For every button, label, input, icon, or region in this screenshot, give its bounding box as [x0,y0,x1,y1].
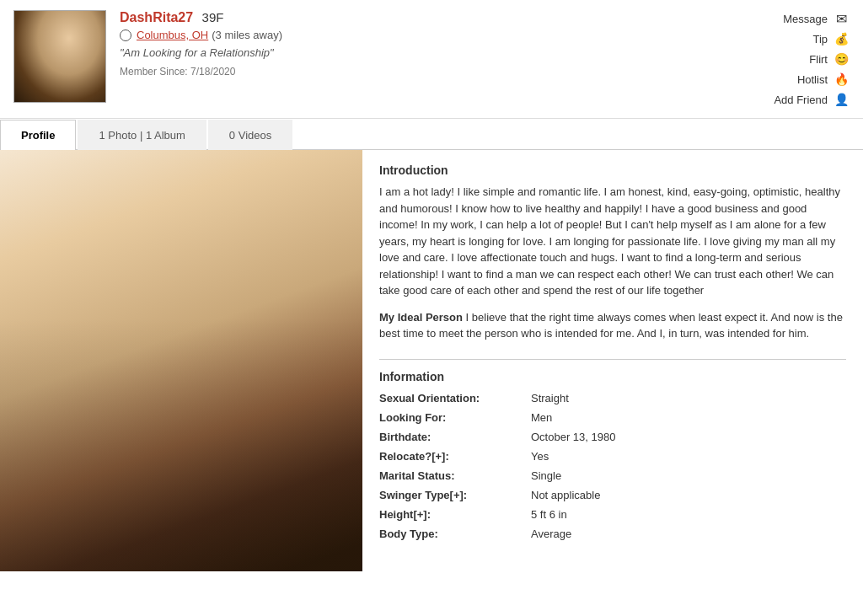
location: Columbus, OH (3 miles away) [120,29,740,41]
info-row: Height[+]:5 ft 6 in [379,508,846,521]
member-since: Member Since: 7/18/2020 [120,66,740,78]
info-row: Birthdate:October 13, 1980 [379,431,846,443]
info-value: Straight [531,392,569,404]
location-distance: (3 miles away) [212,29,282,41]
info-label: Body Type: [379,528,531,540]
info-label: Relocate?[+]: [379,450,531,463]
age-gender: 39F [202,10,224,24]
add-friend-icon: 👤 [833,91,850,108]
profile-photo [0,150,362,571]
username-age: DashRita27 39F [120,10,740,25]
add-friend-label: Add Friend [774,94,828,106]
info-row: Body Type:Average [379,528,846,540]
info-value: Single [531,469,561,482]
info-row: Relocate?[+]:Yes [379,450,846,463]
tagline: "Am Looking for a Relationship" [120,46,740,59]
info-value: 5 ft 6 in [531,508,567,521]
globe-icon [120,29,131,41]
add-friend-button[interactable]: Add Friend 👤 [774,91,850,108]
info-label: Height[+]: [379,508,531,521]
profile-header: DashRita27 39F Columbus, OH (3 miles awa… [0,0,863,119]
info-value: Men [531,411,552,424]
profile-details: Introduction I am a hot lady! I like sim… [362,150,863,571]
flirt-button[interactable]: Flirt 😊 [809,51,850,67]
info-label: Birthdate: [379,431,531,443]
info-label: Swinger Type[+]: [379,489,531,501]
user-info: DashRita27 39F Columbus, OH (3 miles awa… [106,10,740,78]
message-button[interactable]: Message ✉ [783,10,850,27]
info-label: Sexual Orientation: [379,392,531,404]
tab-bar: Profile 1 Photo | 1 Album 0 Videos [0,119,863,150]
information-title: Information [379,370,846,383]
tip-icon: 💰 [833,30,850,47]
flirt-icon: 😊 [833,51,850,67]
information-section: Information Sexual Orientation:StraightL… [379,359,846,540]
introduction-text: I am a hot lady! I like simple and roman… [379,184,846,299]
username: DashRita27 [120,10,193,24]
ideal-person-text: My Ideal Person I believe that the right… [379,309,846,342]
message-icon: ✉ [833,10,850,27]
profile-tab[interactable]: Profile [0,120,76,150]
flirt-label: Flirt [809,53,828,66]
hotlist-label: Hotlist [797,73,828,86]
info-row: Marital Status:Single [379,469,846,482]
location-city[interactable]: Columbus, OH [137,29,208,41]
tip-button[interactable]: Tip 💰 [812,30,850,47]
info-value: Average [531,528,571,540]
info-row: Swinger Type[+]:Not applicable [379,489,846,501]
info-value: Not applicable [531,489,600,501]
tip-label: Tip [812,33,828,46]
ideal-person-label: My Ideal Person [379,311,463,324]
photo-album-tab[interactable]: 1 Photo | 1 Album [78,120,206,150]
info-value: October 13, 1980 [531,431,615,443]
action-buttons: Message ✉ Tip 💰 Flirt 😊 Hotlist 🔥 Add Fr… [740,10,850,108]
info-value: Yes [531,450,549,463]
videos-tab[interactable]: 0 Videos [208,120,292,150]
info-label: Marital Status: [379,469,531,482]
info-label: Looking For: [379,411,531,424]
message-label: Message [783,13,828,25]
hotlist-button[interactable]: Hotlist 🔥 [797,71,850,88]
info-row: Sexual Orientation:Straight [379,392,846,404]
introduction-title: Introduction [379,163,846,177]
avatar [13,10,106,103]
hotlist-icon: 🔥 [833,71,850,88]
info-row: Looking For:Men [379,411,846,424]
main-content: Introduction I am a hot lady! I like sim… [0,150,863,571]
